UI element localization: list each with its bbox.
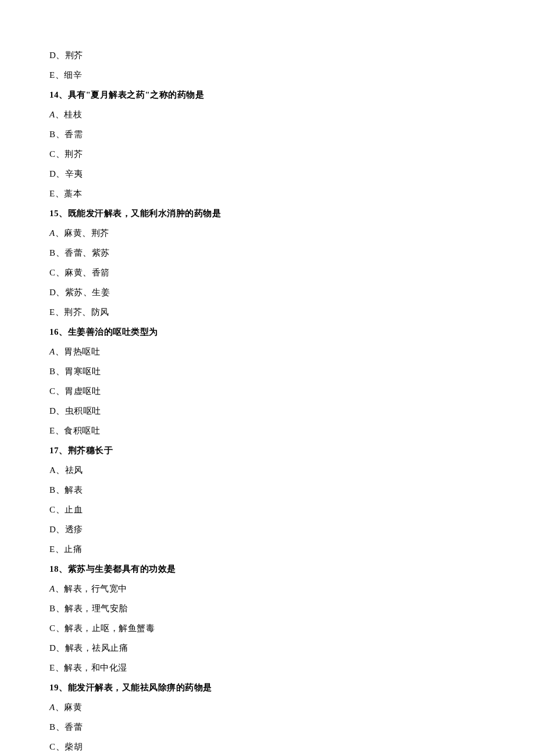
option-text: 虫积呕吐 bbox=[65, 406, 101, 415]
option-letter: B bbox=[49, 604, 56, 613]
option-18-B: B、解表，理气安胎 bbox=[49, 603, 486, 615]
question-text: 具有"夏月解表之药"之称的药物是 bbox=[68, 90, 205, 99]
question-separator: 、 bbox=[59, 446, 68, 455]
question-text: 荆芥穗长于 bbox=[68, 446, 113, 455]
option-letter: D bbox=[49, 288, 56, 297]
option-letter: A bbox=[49, 110, 55, 119]
question-number: 16 bbox=[49, 327, 59, 336]
option-15-C: C、麻黄、香箭 bbox=[49, 267, 486, 279]
question-number: 14 bbox=[49, 90, 59, 99]
option-separator: 、 bbox=[56, 505, 65, 514]
option-separator: 、 bbox=[56, 742, 65, 751]
option-text: 细辛 bbox=[64, 70, 82, 80]
option-15-E: E、荆芥、防风 bbox=[49, 306, 486, 318]
option-letter: B bbox=[49, 248, 56, 257]
option-separator: 、 bbox=[56, 268, 65, 277]
option-text: 食积呕吐 bbox=[64, 426, 100, 435]
option-text: 解表，和中化湿 bbox=[64, 663, 127, 672]
question-19: 19、能发汗解表，又能祛风除痹的药物是 bbox=[49, 682, 486, 694]
option-text: 藁本 bbox=[64, 189, 82, 198]
option-17-E: E、止痛 bbox=[49, 543, 486, 556]
option-text: 胃热呕吐 bbox=[64, 347, 100, 356]
option-text: 荆芥、防风 bbox=[64, 307, 109, 317]
option-separator: 、 bbox=[55, 544, 65, 554]
option-separator: 、 bbox=[56, 130, 65, 139]
option-separator: 、 bbox=[56, 722, 65, 732]
option-separator: 、 bbox=[56, 465, 65, 475]
option-separator: 、 bbox=[55, 584, 65, 593]
option-separator: 、 bbox=[55, 189, 65, 198]
option-separator: 、 bbox=[55, 70, 65, 80]
question-separator: 、 bbox=[59, 327, 68, 336]
option-separator: 、 bbox=[55, 426, 65, 435]
option-text: 解表，理气安胎 bbox=[65, 604, 128, 613]
option-orphan-E: E、细辛 bbox=[49, 69, 486, 81]
option-letter: E bbox=[49, 663, 55, 672]
option-separator: 、 bbox=[56, 288, 65, 297]
option-19-B: B、香蕾 bbox=[49, 721, 486, 733]
question-separator: 、 bbox=[59, 564, 68, 574]
option-letter: C bbox=[49, 624, 56, 633]
question-text: 生姜善治的呕吐类型为 bbox=[68, 327, 158, 336]
option-16-E: E、食积呕吐 bbox=[49, 425, 486, 437]
question-separator: 、 bbox=[59, 90, 68, 99]
option-letter: B bbox=[49, 130, 56, 139]
option-14-A: A、桂枝 bbox=[49, 109, 486, 121]
option-letter: E bbox=[49, 189, 55, 198]
option-letter: B bbox=[49, 485, 56, 495]
option-text: 荆芥 bbox=[65, 149, 83, 159]
option-letter: E bbox=[49, 426, 55, 435]
option-text: 透疹 bbox=[65, 525, 83, 534]
option-letter: E bbox=[49, 307, 55, 317]
option-text: 止痛 bbox=[64, 544, 82, 554]
option-16-D: D、虫积呕吐 bbox=[49, 405, 486, 417]
option-letter: A bbox=[49, 228, 55, 238]
question-16: 16、生姜善治的呕吐类型为 bbox=[49, 326, 486, 338]
option-letter: B bbox=[49, 722, 56, 732]
option-14-D: D、辛夷 bbox=[49, 168, 486, 180]
question-15: 15、既能发汗解表，又能利水消肿的药物是 bbox=[49, 207, 486, 220]
option-18-C: C、解表，止呕，解鱼蟹毒 bbox=[49, 622, 486, 635]
option-separator: 、 bbox=[56, 624, 65, 633]
option-15-D: D、紫苏、生姜 bbox=[49, 286, 486, 299]
option-separator: 、 bbox=[56, 248, 65, 257]
option-18-A: A、解表，行气宽中 bbox=[49, 583, 486, 595]
question-number: 18 bbox=[49, 564, 59, 574]
option-separator: 、 bbox=[55, 347, 65, 356]
option-18-D: D、解表，祛风止痛 bbox=[49, 642, 486, 654]
option-separator: 、 bbox=[55, 228, 65, 238]
option-letter: B bbox=[49, 367, 56, 376]
question-text: 紫苏与生姜都具有的功效是 bbox=[68, 564, 176, 574]
option-19-C: C、柴胡 bbox=[49, 741, 486, 753]
option-text: 香蕾 bbox=[65, 722, 83, 732]
question-separator: 、 bbox=[59, 683, 68, 692]
option-text: 解表，祛风止痛 bbox=[65, 643, 129, 653]
option-letter: E bbox=[49, 544, 55, 554]
option-16-B: B、胃寒呕吐 bbox=[49, 366, 486, 378]
question-text: 既能发汗解表，又能利水消肿的药物是 bbox=[68, 209, 222, 218]
option-15-A: A、麻黄、荆芥 bbox=[49, 227, 486, 239]
option-text: 香蕾、紫苏 bbox=[65, 248, 110, 257]
option-16-A: A、胃热呕吐 bbox=[49, 346, 486, 358]
option-text: 辛夷 bbox=[65, 169, 83, 178]
option-separator: 、 bbox=[56, 406, 65, 415]
question-17: 17、荆芥穗长于 bbox=[49, 445, 486, 457]
option-letter: C bbox=[49, 268, 56, 277]
option-text: 解表 bbox=[65, 485, 83, 495]
option-letter: A bbox=[49, 465, 56, 475]
option-separator: 、 bbox=[56, 604, 65, 613]
option-text: 桂枝 bbox=[64, 110, 82, 119]
option-text: 麻黄、香箭 bbox=[65, 268, 110, 277]
option-text: 荆芥 bbox=[65, 51, 83, 60]
option-14-B: B、香需 bbox=[49, 128, 486, 141]
option-letter: A bbox=[49, 347, 55, 356]
option-separator: 、 bbox=[56, 169, 65, 178]
option-text: 解表，止呕，解鱼蟹毒 bbox=[65, 624, 155, 633]
option-letter: A bbox=[49, 703, 55, 712]
option-separator: 、 bbox=[56, 51, 65, 60]
option-letter: D bbox=[49, 51, 56, 60]
option-16-C: C、胃虚呕吐 bbox=[49, 385, 486, 397]
option-letter: C bbox=[49, 149, 56, 159]
option-separator: 、 bbox=[55, 307, 65, 317]
question-text: 能发汗解表，又能祛风除痹的药物是 bbox=[68, 683, 212, 692]
